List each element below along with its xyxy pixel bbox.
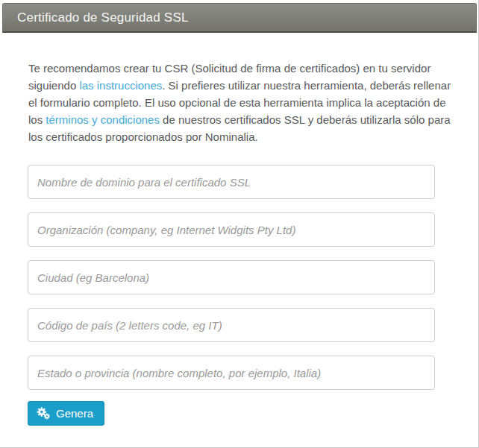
organization-input[interactable] — [28, 212, 435, 247]
csr-form: Genera — [28, 165, 478, 426]
ssl-certificate-panel: Certificado de Seguridad SSL Te recomend… — [0, 0, 479, 448]
city-input[interactable] — [28, 260, 435, 294]
state-province-input[interactable] — [28, 356, 435, 390]
cogs-icon — [37, 407, 51, 420]
instructions-link[interactable]: las instrucciones — [79, 79, 162, 92]
terms-and-conditions-link[interactable]: términos y condiciones — [46, 113, 160, 126]
genera-button-label: Genera — [56, 407, 93, 420]
country-code-input[interactable] — [28, 308, 435, 342]
genera-button[interactable]: Genera — [28, 401, 104, 426]
page-title: Certificado de Seguridad SSL — [17, 10, 189, 25]
domain-input[interactable] — [28, 165, 435, 199]
panel-header: Certificado de Seguridad SSL — [2, 3, 477, 33]
intro-text: Te recomendamos crear tu CSR (Solicitud … — [28, 60, 451, 145]
